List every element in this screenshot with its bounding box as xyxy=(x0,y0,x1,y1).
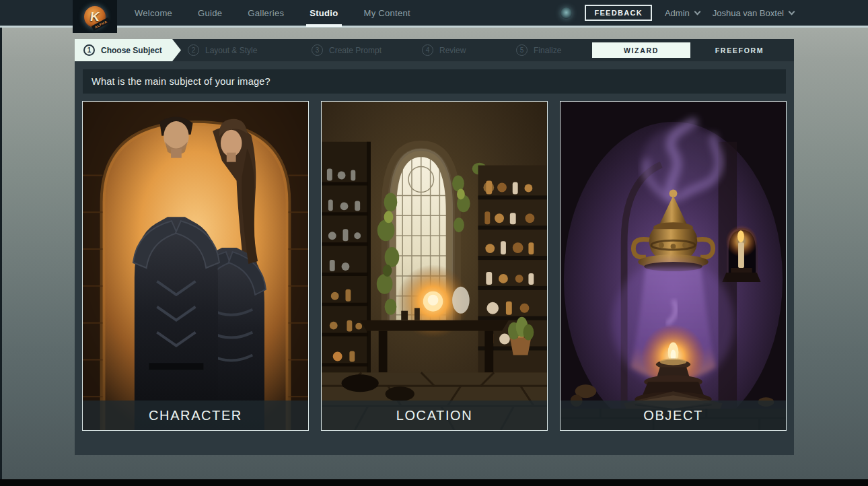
admin-menu[interactable]: Admin xyxy=(665,8,700,18)
location-card-image xyxy=(322,102,547,430)
subject-cards: CHARACTER xyxy=(82,101,787,431)
step-label: Create Prompt xyxy=(329,46,382,55)
feedback-button[interactable]: FEEDBACK xyxy=(585,5,652,21)
nav-galleries[interactable]: Galleries xyxy=(248,8,284,18)
nav-welcome[interactable]: Welcome xyxy=(135,8,172,18)
wizard-stepper: 1 Choose Subject 2 Layout & Style 3 Crea… xyxy=(75,39,794,61)
object-card-image xyxy=(560,102,786,430)
bottom-strip xyxy=(0,479,868,486)
step-choose-subject[interactable]: 1 Choose Subject xyxy=(75,39,181,61)
step-label: Review xyxy=(439,46,466,55)
nav-guide[interactable]: Guide xyxy=(198,8,222,18)
step-layout-style[interactable]: 2 Layout & Style xyxy=(188,39,257,61)
app-logo[interactable]: K ALPHA xyxy=(73,0,117,33)
page-left-edge xyxy=(0,0,2,486)
card-label-bar: LOCATION xyxy=(322,401,547,430)
user-menu[interactable]: Joshua van Boxtel xyxy=(713,8,794,18)
freeform-mode-button[interactable]: FREEFORM xyxy=(690,42,789,58)
question-bar: What is the main subject of your image? xyxy=(83,69,786,94)
card-label: OBJECT xyxy=(643,408,703,423)
card-location[interactable]: LOCATION xyxy=(321,101,548,431)
character-card-image xyxy=(83,102,308,430)
chevron-down-icon xyxy=(694,8,700,15)
step-finalize[interactable]: 5 Finalize xyxy=(516,39,561,61)
step-number: 5 xyxy=(516,44,528,56)
card-label: CHARACTER xyxy=(149,408,242,423)
card-character[interactable]: CHARACTER xyxy=(82,101,309,431)
primary-nav: Welcome Guide Galleries Studio My Conten… xyxy=(135,0,410,26)
question-text: What is the main subject of your image? xyxy=(92,76,270,87)
card-label-bar: CHARACTER xyxy=(83,401,308,430)
step-label: Finalize xyxy=(534,46,561,55)
step-label: Choose Subject xyxy=(101,46,162,55)
app-logo-emblem: K ALPHA xyxy=(83,5,107,29)
mode-toggle: WIZARD FREEFORM xyxy=(592,39,789,61)
admin-menu-label: Admin xyxy=(665,8,690,18)
navbar-right-controls: FEEDBACK Admin Joshua van Boxtel xyxy=(560,5,794,21)
card-object[interactable]: OBJECT xyxy=(560,101,787,431)
wizard-mode-button[interactable]: WIZARD xyxy=(592,42,690,58)
card-label-bar: OBJECT xyxy=(560,401,786,430)
user-menu-label: Joshua van Boxtel xyxy=(713,8,784,18)
step-number: 4 xyxy=(422,44,433,56)
chevron-down-icon xyxy=(789,8,795,15)
step-create-prompt[interactable]: 3 Create Prompt xyxy=(312,39,382,61)
step-number: 3 xyxy=(312,44,323,56)
step-number: 2 xyxy=(188,44,199,56)
theme-toggle-icon[interactable] xyxy=(560,7,572,19)
step-label: Layout & Style xyxy=(205,46,257,55)
step-number: 1 xyxy=(83,44,95,56)
studio-panel: 1 Choose Subject 2 Layout & Style 3 Crea… xyxy=(75,39,794,455)
nav-my-content[interactable]: My Content xyxy=(364,8,410,18)
step-review[interactable]: 4 Review xyxy=(422,39,466,61)
card-label: LOCATION xyxy=(396,408,473,423)
nav-studio[interactable]: Studio xyxy=(310,8,338,18)
top-navbar: K ALPHA Welcome Guide Galleries Studio M… xyxy=(0,0,868,28)
